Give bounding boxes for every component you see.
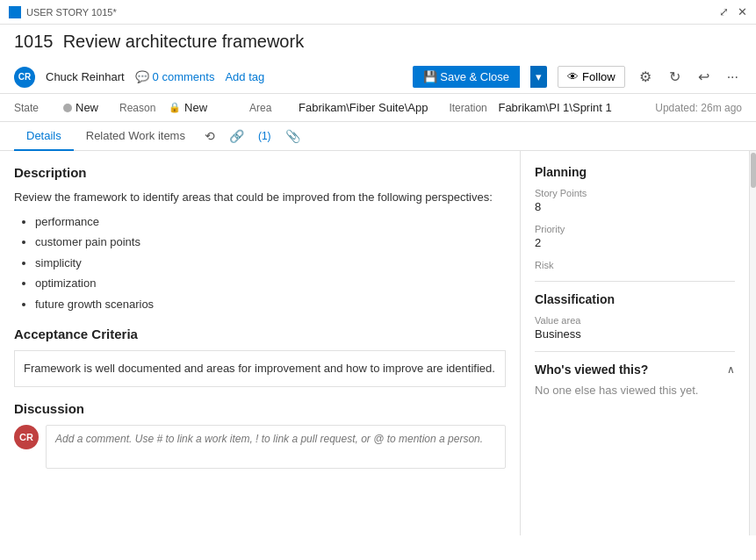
more-icon[interactable]: ··· <box>724 68 742 87</box>
reason-text: New <box>184 101 207 114</box>
area-label: Area <box>249 102 293 114</box>
link-icon[interactable]: 🔗 <box>222 122 251 150</box>
bullet-5: future growth scenarios <box>35 296 506 313</box>
no-viewers-text: No one else has viewed this yet. <box>535 384 735 397</box>
value-area-label: Value area <box>535 315 735 326</box>
planning-title: Planning <box>535 165 735 179</box>
header: 1015 Review architecture framework <box>0 25 756 52</box>
classification-divider <box>535 351 735 352</box>
title-bar-right[interactable]: ⤢ ✕ <box>719 5 747 18</box>
avatar: CR <box>14 67 35 88</box>
priority-row: Priority 2 <box>535 224 735 249</box>
main-content: Description Review the framework to iden… <box>0 151 756 535</box>
add-tag-button[interactable]: Add tag <box>225 70 264 83</box>
fields-row: State New Reason 🔒 New Area Fabrikam\Fib… <box>0 94 756 122</box>
state-group: State New <box>14 101 98 114</box>
iteration-group: Iteration Fabrikam\PI 1\Sprint 1 <box>449 101 611 114</box>
bullet-2: customer pain points <box>35 233 506 251</box>
refresh-icon[interactable]: ↻ <box>666 67 684 87</box>
acceptance-criteria-title: Acceptance Criteria <box>14 327 506 341</box>
value-area-value[interactable]: Business <box>535 327 735 341</box>
planning-divider <box>535 281 735 282</box>
reason-value[interactable]: 🔒 New <box>169 101 207 114</box>
bullet-4: optimization <box>35 275 506 292</box>
bullet-1: performance <box>35 213 506 231</box>
work-item-number: 1015 <box>14 32 54 51</box>
value-area-row: Value area Business <box>535 315 735 341</box>
tabs: Details Related Work items ⟲ 🔗 (1) 📎 <box>0 122 756 151</box>
priority-value[interactable]: 2 <box>535 236 735 249</box>
state-value[interactable]: New <box>63 101 98 114</box>
area-value[interactable]: Fabrikam\Fiber Suite\App <box>299 101 428 114</box>
gear-icon[interactable]: ⚙ <box>636 67 655 87</box>
save-close-label: Save & Close <box>440 70 509 83</box>
undo-icon[interactable]: ↩ <box>695 67 713 87</box>
save-close-dropdown[interactable]: ▾ <box>530 66 547 88</box>
discussion-title: Discussion <box>14 401 506 416</box>
reason-label: Reason <box>119 102 163 114</box>
classification-title: Classification <box>535 292 735 306</box>
tab-details[interactable]: Details <box>14 122 74 151</box>
save-icon: 💾 <box>423 70 437 83</box>
whos-viewed-title: Who's viewed this? <box>535 363 648 377</box>
chevron-up-icon: ∧ <box>727 363 735 376</box>
left-panel: Description Review the framework to iden… <box>0 151 521 535</box>
history-icon[interactable]: ⟲ <box>198 122 222 150</box>
title-bar: USER STORY 1015* ⤢ ✕ <box>0 0 756 25</box>
save-close-button[interactable]: 💾 Save & Close <box>413 66 520 88</box>
work-item-icon <box>9 6 21 18</box>
follow-button[interactable]: 👁 Follow <box>558 66 625 88</box>
follow-icon: 👁 <box>567 70 579 83</box>
author-name: Chuck Reinhart <box>46 70 125 83</box>
comments-link[interactable]: 💬 0 comments <box>135 70 215 83</box>
lock-icon: 🔒 <box>169 102 181 113</box>
work-item-title: 1015 Review architecture framework <box>14 32 742 52</box>
priority-label: Priority <box>535 224 735 234</box>
iteration-value[interactable]: Fabrikam\PI 1\Sprint 1 <box>498 101 611 114</box>
link-count[interactable]: (1) <box>251 123 278 149</box>
scroll-thumb[interactable] <box>751 153 756 188</box>
close-icon[interactable]: ✕ <box>738 5 747 18</box>
author-bar: CR Chuck Reinhart 💬 0 comments Add tag 💾… <box>0 61 756 94</box>
comment-avatar: CR <box>14 425 39 449</box>
state-label: State <box>14 102 58 114</box>
work-item-title-text: Review architecture framework <box>63 32 305 51</box>
description-bullets: performance customer pain points simplic… <box>14 213 506 313</box>
iteration-label: Iteration <box>449 102 493 114</box>
follow-label: Follow <box>582 70 616 83</box>
state-text: New <box>76 101 98 114</box>
tab-related-work-items[interactable]: Related Work items <box>74 122 198 151</box>
story-points-row: Story Points 8 <box>535 188 735 213</box>
updated-text: Updated: 26m ago <box>655 102 742 114</box>
comment-input[interactable] <box>46 425 506 469</box>
risk-row: Risk <box>535 260 735 270</box>
title-bar-label: USER STORY 1015* <box>26 7 117 18</box>
state-dot <box>63 104 72 112</box>
scroll-track[interactable] <box>749 151 756 535</box>
whos-viewed-header[interactable]: Who's viewed this? ∧ <box>535 363 735 377</box>
expand-icon[interactable]: ⤢ <box>719 5 729 18</box>
attach-icon[interactable]: 📎 <box>278 122 307 150</box>
description-paragraph: Review the framework to identify areas t… <box>14 189 506 206</box>
comments-icon: 💬 <box>135 70 149 83</box>
bullet-3: simplicity <box>35 255 506 272</box>
area-group: Area Fabrikam\Fiber Suite\App <box>249 101 428 114</box>
story-points-label: Story Points <box>535 188 735 198</box>
risk-label: Risk <box>535 260 735 270</box>
right-panel: Planning Story Points 8 Priority 2 Risk … <box>521 151 749 535</box>
description-title: Description <box>14 165 506 180</box>
story-points-value[interactable]: 8 <box>535 200 735 213</box>
reason-group: Reason 🔒 New <box>119 101 207 114</box>
title-bar-left: USER STORY 1015* <box>9 6 117 18</box>
discussion-row: CR <box>14 425 506 469</box>
comments-count: 0 comments <box>153 70 215 83</box>
acceptance-criteria-text: Framework is well documented and areas f… <box>14 350 506 387</box>
